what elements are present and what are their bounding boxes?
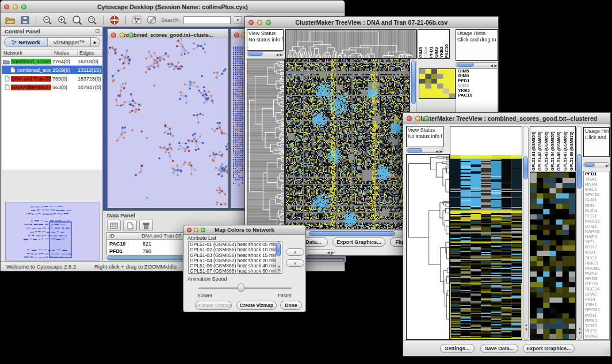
attribute-list-item[interactable]: GPL51-02 (GSM855) heat shock 10 min <box>189 247 282 252</box>
gene-label[interactable]: PEP5 <box>585 328 609 334</box>
bottom-scrollbar-fragment[interactable]: ◀▶ <box>306 249 335 255</box>
gene-label[interactable]: NTR2 <box>585 244 609 250</box>
attribute-list-item[interactable]: GPL51-03 (GSM856) heat shock 15 min <box>189 252 282 258</box>
gene-label[interactable]: GTB1 <box>585 224 609 229</box>
new-attribute-icon[interactable] <box>123 220 137 231</box>
close-icon[interactable] <box>4 4 9 9</box>
view-status-scrollbar[interactable]: ◀▶ <box>247 51 284 56</box>
gene-label[interactable]: YRA1 <box>585 177 609 182</box>
help-lifering-icon[interactable] <box>109 15 120 25</box>
move-up-button[interactable]: ∧ <box>286 248 304 256</box>
zoom-window-icon[interactable] <box>128 32 133 37</box>
heatmap-pane[interactable] <box>285 59 410 229</box>
col-nodes[interactable]: Nodes <box>52 50 78 56</box>
delete-attribute-icon[interactable] <box>139 220 153 231</box>
minimize-icon[interactable] <box>13 4 18 9</box>
search-input[interactable] <box>183 16 231 24</box>
select-attributes-icon[interactable] <box>107 220 121 231</box>
attribute-list-item[interactable]: GPL51-07 (GSM868) heat shock 60 min <box>189 268 282 273</box>
tab-network[interactable]: Network <box>5 38 48 47</box>
gene-label[interactable]: PAN1 <box>585 313 609 318</box>
birdseye-overview[interactable] <box>5 202 100 260</box>
zoom-window-icon[interactable] <box>424 116 429 121</box>
slider-thumb[interactable] <box>238 283 244 292</box>
gene-label[interactable]: FIG4 <box>585 297 609 302</box>
annotation-icon[interactable] <box>146 15 158 25</box>
minimize-icon[interactable] <box>257 20 262 25</box>
treeview2-button[interactable]: Settings... <box>440 344 475 353</box>
network-overview-icon[interactable] <box>131 15 143 25</box>
attribute-list-item[interactable]: GPL51-01 (GSM854) heat shock 05 min <box>189 242 282 247</box>
gene-label[interactable]: HRD3 <box>585 276 609 281</box>
close-icon[interactable] <box>234 32 239 37</box>
close-icon[interactable] <box>407 116 412 121</box>
minimize-icon[interactable] <box>194 228 198 232</box>
create-vizmap-button[interactable]: Create Vizmap <box>236 301 277 310</box>
zoom-fit-icon[interactable] <box>71 15 83 25</box>
gene-label[interactable]: PUF3 <box>585 271 609 276</box>
gene-label[interactable]: NIS1 <box>585 203 609 208</box>
close-icon[interactable] <box>248 20 254 25</box>
attribute-list-scrollbar[interactable]: ▲▼ <box>276 242 281 273</box>
gene-label[interactable]: RNR4 <box>585 182 609 187</box>
gene-label[interactable]: SPC98 <box>585 192 609 197</box>
zoomed-heatmap-pane[interactable] <box>530 172 576 340</box>
gene-label[interactable]: RPN1 <box>585 318 609 323</box>
network-graph-canvas[interactable] <box>108 39 228 208</box>
attribute-list-item[interactable]: GPL51-06 (GSM865) heat shock 40 min <box>189 263 282 268</box>
usage-hints-scrollbar[interactable]: ▶ <box>583 162 610 167</box>
gene-label[interactable]: BUD4 <box>585 208 609 213</box>
network-tree-row[interactable]: DNA and Tran 07769(0)183728(0) <box>2 74 102 83</box>
done-button[interactable]: Done <box>280 301 302 310</box>
zoom-window-icon[interactable] <box>21 4 26 9</box>
gene-label[interactable]: PHO81 <box>585 266 609 271</box>
gene-label[interactable]: KAP95 <box>585 229 609 234</box>
gene-label[interactable]: GPI16 <box>585 281 609 286</box>
column-dendrogram-pane[interactable] <box>285 29 417 59</box>
animate-vizmap-button[interactable]: Animate Vizmap <box>195 301 232 310</box>
save-icon[interactable] <box>19 15 30 25</box>
float-panel-icon[interactable]: ❐ <box>95 29 100 34</box>
attribute-list-item[interactable]: GPL51-04 (GSM857) heat shock 20 min <box>189 258 282 263</box>
usage-hints-scrollbar[interactable]: ◀▶ <box>456 62 498 67</box>
matrix-row-label[interactable]: PAC10 <box>458 93 498 98</box>
gene-label[interactable]: MON2 <box>585 334 609 339</box>
zoom-selected-icon[interactable] <box>86 15 98 25</box>
gene-label[interactable]: MAK31 <box>585 219 609 224</box>
network-tree-row[interactable]: combined_sco2569(6)13112(15) <box>2 66 102 74</box>
attr-col-id[interactable]: ID <box>107 233 139 239</box>
gene-label[interactable]: RPO21 <box>585 307 609 312</box>
gene-label[interactable]: MSI1 <box>585 250 609 255</box>
col-edges[interactable]: Edges <box>78 50 102 56</box>
gene-label[interactable]: VIP1 <box>585 239 609 244</box>
close-icon[interactable] <box>111 32 116 37</box>
treeview2-button[interactable]: Export Graphics... <box>523 344 575 353</box>
gene-label[interactable]: SEC24 <box>585 286 609 292</box>
gene-label[interactable]: HAP3 <box>585 234 609 239</box>
search-dropdown-icon[interactable]: ▼ <box>234 16 242 24</box>
row-dendrogram-pane[interactable] <box>247 59 285 229</box>
gene-label[interactable]: PFD1 <box>585 171 609 177</box>
open-file-icon[interactable] <box>4 15 16 25</box>
gene-label[interactable]: SEC1 <box>585 255 609 260</box>
zoom-window-icon[interactable] <box>266 20 271 25</box>
animation-speed-slider[interactable] <box>198 288 292 289</box>
gene-label[interactable]: CPA2 <box>585 292 609 297</box>
heatmap-pane[interactable] <box>450 126 522 340</box>
gene-label[interactable]: ELG1 <box>585 213 609 219</box>
main-title-bar[interactable]: Cytoscape Desktop (Session Name: collins… <box>1 1 345 13</box>
treeview1-button[interactable]: Export Graphics... <box>332 237 385 247</box>
zoom-in-icon[interactable] <box>56 15 68 25</box>
resize-grip[interactable] <box>603 348 610 355</box>
treeview2-button[interactable]: Save Data... <box>480 344 518 353</box>
gene-list-scrollbar[interactable]: ▲▼ <box>576 126 582 340</box>
minimize-icon[interactable] <box>120 32 125 37</box>
similarity-matrix-pane[interactable] <box>419 68 456 99</box>
row-dendrogram-pane[interactable] <box>406 154 450 340</box>
tab-vizmapper[interactable]: VizMapper™ <box>48 38 91 47</box>
network-tree-row[interactable]: combined_scores_2764(0)16218(0) <box>2 57 102 66</box>
gene-label[interactable]: TCB3 <box>585 323 609 328</box>
gene-label[interactable]: YSH1 <box>585 302 609 307</box>
close-icon[interactable] <box>187 228 192 232</box>
minimize-icon[interactable] <box>415 116 420 121</box>
